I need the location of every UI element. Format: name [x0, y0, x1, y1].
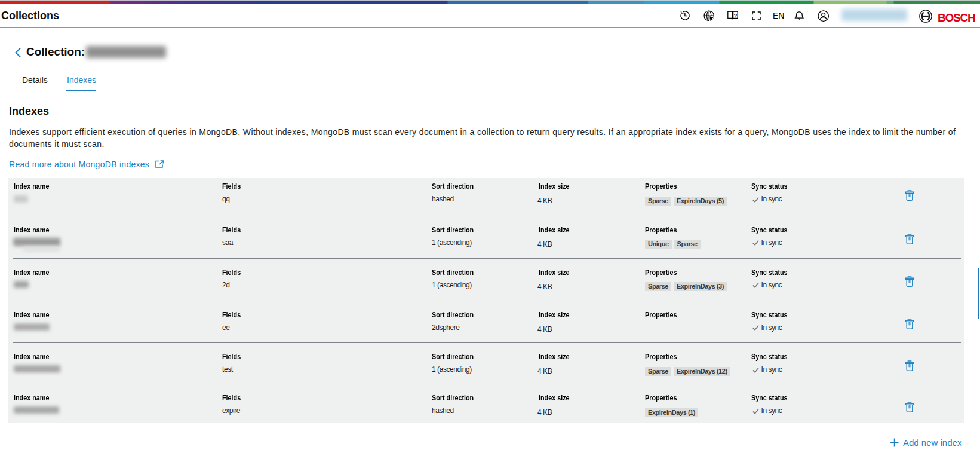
svg-text:?: ?: [733, 12, 737, 19]
